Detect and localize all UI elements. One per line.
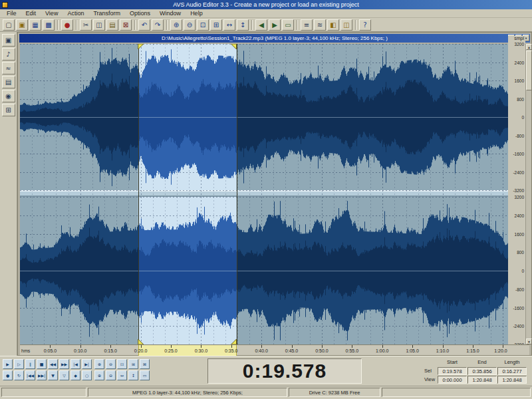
timeline-label: 1:05.0	[404, 348, 421, 353]
scrollbar-thumb[interactable]	[526, 51, 532, 90]
timeline-ruler[interactable]: hms 0:05.00:10.00:15.00:20.00:25.00:30.0…	[20, 344, 529, 355]
scale-tick-label: 800	[509, 97, 524, 102]
save-icon[interactable]: ▦	[29, 19, 41, 31]
transport-add-marker-button[interactable]: ▼	[48, 370, 58, 380]
selpanel-value: 1:20.848	[467, 376, 497, 384]
zoom-zoom-previous-button[interactable]: ▭	[140, 370, 150, 380]
zoom-zoom-out-h-button[interactable]: ⊖	[106, 359, 116, 369]
scroll-down-icon[interactable]: ▼	[526, 338, 532, 344]
menu-transform[interactable]: Transform	[88, 9, 125, 17]
timeline-label: 0:55.0	[343, 348, 360, 353]
zoom-all-icon[interactable]: ⊞	[210, 19, 222, 31]
equalizer-icon[interactable]: ≋	[314, 19, 326, 31]
zoom-selection-icon[interactable]: ⊡	[197, 19, 209, 31]
transport-loop-button[interactable]: ↻	[14, 370, 24, 380]
timeline-tick	[412, 345, 413, 348]
waveform-canvas[interactable]	[20, 44, 508, 344]
status-empty-panel	[1, 388, 86, 397]
record-icon[interactable]: ●	[61, 19, 73, 31]
title-bar: AVS Audio Editor 3.3 - Create a new proj…	[0, 0, 532, 9]
zoom-zoom-in-h-button[interactable]: ⊕	[94, 359, 104, 369]
menu-file[interactable]: File	[2, 9, 21, 17]
menu-options[interactable]: Options	[125, 9, 155, 17]
copy-icon[interactable]: ◫	[93, 19, 105, 31]
zoom-zoom-vertical-button[interactable]: ↕	[128, 370, 138, 380]
time-display: 0:19.578	[207, 358, 362, 384]
save-all-icon[interactable]: ▩	[43, 19, 55, 31]
scale-tick-label: 0	[509, 269, 524, 273]
scroll-up-icon[interactable]: ▲	[526, 44, 532, 50]
menu-action[interactable]: Action	[63, 9, 88, 17]
transport-rewind-button[interactable]: ◀◀	[48, 359, 58, 369]
transport-buttons: ▶▷∥■◀◀▶▶|◀▶|●↻|◀◀▶▶|▼▽◆○	[3, 359, 93, 382]
app-window: AVS Audio Editor 3.3 - Create a new proj…	[0, 0, 532, 399]
transport-forward-button[interactable]: ▶▶	[59, 359, 69, 369]
scale-unit-label: smpl	[514, 36, 524, 41]
document-title-bar[interactable]: D:\Music\Allegretto\Session1_Track22.mp3…	[19, 34, 530, 43]
transport-pause-button[interactable]: ∥	[25, 359, 35, 369]
transport-prev-marker-button[interactable]: |◀◀	[25, 370, 35, 380]
timeline-tick	[352, 345, 352, 348]
envelope-icon[interactable]: ≈	[2, 62, 15, 74]
menu-edit[interactable]: Edit	[21, 9, 41, 17]
zoom-vertical-icon[interactable]: ↕	[237, 19, 249, 31]
delete-icon[interactable]: ⊠	[120, 19, 132, 31]
transport-snap-button[interactable]: ▽	[59, 370, 69, 380]
select-left-icon[interactable]: ◀	[255, 19, 267, 31]
transport-record-button[interactable]: ●	[3, 370, 13, 380]
transport-mute-button[interactable]: ○	[82, 370, 92, 380]
selection-panel: StartEndLengthSel0:19.5780:35.8560:16.27…	[423, 358, 529, 385]
transport-play-selection-button[interactable]: ▷	[14, 359, 24, 369]
zoom-horizontal-icon[interactable]: ↔	[223, 19, 235, 31]
zoom-zoom-full-button[interactable]: ⊞	[128, 359, 138, 369]
open-icon[interactable]: ▣	[16, 19, 28, 31]
transport-go-start-button[interactable]: |◀	[70, 359, 80, 369]
files-icon[interactable]: ▣	[2, 34, 15, 47]
toolbar-separator	[355, 20, 356, 30]
timeline-label: 0:10.0	[72, 348, 89, 353]
cut-icon[interactable]: ✂	[80, 19, 92, 31]
zoom-zoom-selection-button[interactable]: ⊡	[117, 359, 127, 369]
scale-tick-label: 3200	[509, 42, 524, 47]
markers-icon[interactable]: ▤	[2, 76, 15, 88]
transport-next-marker-button[interactable]: ▶▶|	[37, 370, 47, 380]
selpanel-value: 0:19.578	[438, 367, 467, 375]
zoom-zoom-horizontal-button[interactable]: ↔	[117, 370, 127, 380]
transport-play-button[interactable]: ▶	[3, 359, 13, 369]
timeline-label: 0:35.0	[223, 348, 240, 353]
transport-stop-button[interactable]: ■	[37, 359, 47, 369]
select-right-icon[interactable]: ▶	[269, 19, 281, 31]
vertical-scrollbar[interactable]: ▲ ▼	[525, 44, 531, 344]
zoom-in-icon[interactable]: ⊕	[170, 19, 182, 31]
zoom-out-icon[interactable]: ⊖	[184, 19, 196, 31]
paste-icon[interactable]: ▤	[106, 19, 118, 31]
timeline-label: 0:05.0	[41, 348, 59, 353]
zoom-zoom-undo-button[interactable]: ⊠	[140, 359, 150, 369]
zoom-buttons: ⊕⊖⊡⊞⊠⊕⊖↔↕▭	[94, 359, 151, 382]
help-icon[interactable]: ?	[359, 19, 371, 31]
zoom-zoom-out-v-button[interactable]: ⊖	[106, 370, 116, 380]
layout-icon[interactable]: ◧	[327, 19, 339, 31]
menu-window[interactable]: Window	[155, 9, 186, 17]
new-icon[interactable]: ▢	[3, 19, 15, 31]
status-spare-panel	[382, 388, 531, 397]
undo-icon[interactable]: ↶	[138, 19, 150, 31]
effects-icon[interactable]: ♪	[2, 48, 15, 61]
scale-tick-label: -2400	[509, 170, 524, 175]
select-all-icon[interactable]: ▭	[282, 19, 294, 31]
timeline-label: 1:15.0	[464, 348, 481, 353]
record-mix-icon[interactable]: ◉	[2, 90, 15, 102]
toolbar-separator	[134, 20, 136, 30]
mixer-icon[interactable]: ≡	[301, 19, 313, 31]
document-window: D:\Music\Allegretto\Session1_Track22.mp3…	[17, 32, 532, 356]
zoom-zoom-in-v-button[interactable]: ⊕	[94, 370, 104, 380]
menu-view[interactable]: View	[41, 9, 63, 17]
windows-icon[interactable]: ◫	[340, 19, 352, 31]
transport-go-end-button[interactable]: ▶|	[82, 359, 92, 369]
transport-scrub-button[interactable]: ◆	[70, 370, 80, 380]
scale-tick-label: -3200	[509, 188, 524, 193]
redo-icon[interactable]: ↷	[152, 19, 164, 31]
grid-icon[interactable]: ⊞	[2, 104, 15, 116]
menu-help[interactable]: Help	[186, 9, 207, 17]
selpanel-header: Length	[497, 359, 527, 365]
